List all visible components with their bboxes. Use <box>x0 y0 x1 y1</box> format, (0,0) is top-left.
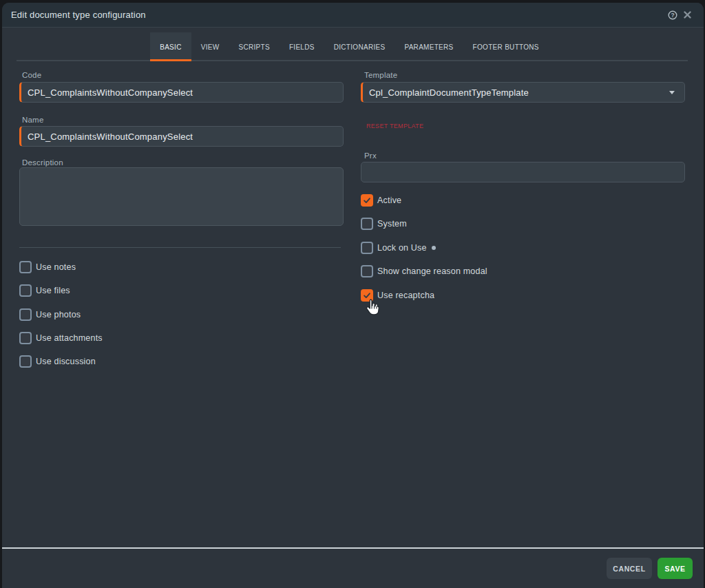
use-notes-label: Use notes <box>36 262 76 272</box>
checkbox-row-system[interactable]: System <box>361 218 407 230</box>
use-discussion-checkbox[interactable] <box>19 355 32 368</box>
checkbox-row-use-notes[interactable]: Use notes <box>19 261 76 273</box>
template-label: Template <box>364 71 397 79</box>
use-files-checkbox[interactable] <box>19 284 32 297</box>
chevron-down-icon <box>669 91 675 94</box>
checkbox-row-show-change-reason-modal[interactable]: Show change reason modal <box>361 265 487 277</box>
show-change-reason-modal-checkbox[interactable] <box>361 265 373 277</box>
use-photos-checkbox[interactable] <box>19 308 32 321</box>
page-background: { "modal": { "title": "Edit document typ… <box>0 0 705 588</box>
show-change-reason-modal-label: Show change reason modal <box>377 266 487 276</box>
checkbox-row-use-discussion[interactable]: Use discussion <box>19 355 96 368</box>
tab-dictionaries[interactable]: DICTIONARIES <box>324 32 395 61</box>
name-label: Name <box>22 116 43 124</box>
cancel-button[interactable]: CANCEL <box>607 558 652 579</box>
template-select[interactable]: Cpl_ComplaintDocumentTypeTemplate <box>361 82 685 103</box>
use-notes-checkbox[interactable] <box>19 261 32 273</box>
name-input[interactable]: CPL_ComplaintsWithoutCompanySelect <box>19 126 344 147</box>
use-attachments-checkbox[interactable] <box>19 332 32 344</box>
code-input[interactable]: CPL_ComplaintsWithoutCompanySelect <box>19 82 344 103</box>
description-textarea[interactable] <box>19 167 344 226</box>
checkbox-row-use-attachments[interactable]: Use attachments <box>19 332 103 344</box>
left-section-divider <box>19 247 341 248</box>
template-value: Cpl_ComplaintDocumentTypeTemplate <box>369 87 529 98</box>
tab-scripts[interactable]: SCRIPTS <box>229 32 279 61</box>
use-recaptcha-label: Use recaptcha <box>377 291 434 300</box>
help-icon[interactable]: ? <box>668 10 677 20</box>
code-value: CPL_ComplaintsWithoutCompanySelect <box>28 87 193 98</box>
footer-divider <box>2 547 704 549</box>
active-checkbox[interactable] <box>361 194 373 207</box>
code-label: Code <box>22 71 41 79</box>
tab-basic[interactable]: BASIC <box>150 32 191 61</box>
lock-on-use-checkbox[interactable] <box>361 242 373 254</box>
checkbox-row-active[interactable]: Active <box>361 194 401 207</box>
checkbox-row-use-files[interactable]: Use files <box>19 284 70 297</box>
close-icon[interactable] <box>684 11 691 19</box>
use-attachments-label: Use attachments <box>36 333 103 343</box>
tab-bar: BASIC VIEW SCRIPTS FIELDS DICTIONARIES P… <box>2 32 704 61</box>
checkbox-row-use-photos[interactable]: Use photos <box>19 308 81 321</box>
name-value: CPL_ComplaintsWithoutCompanySelect <box>28 132 193 142</box>
edit-document-type-modal: Edit document type configuration ? BASIC… <box>2 3 704 588</box>
reset-template-button[interactable]: RESET TEMPLATE <box>366 123 423 129</box>
use-files-label: Use files <box>36 286 70 295</box>
svg-text:?: ? <box>671 12 674 19</box>
prx-input[interactable] <box>361 162 685 182</box>
use-recaptcha-checkbox[interactable] <box>361 289 373 302</box>
active-label: Active <box>377 196 401 205</box>
tab-parameters[interactable]: PARAMETERS <box>394 32 463 61</box>
system-checkbox[interactable] <box>361 218 373 230</box>
modal-title: Edit document type configuration <box>11 10 146 20</box>
use-photos-label: Use photos <box>36 310 81 319</box>
tab-view[interactable]: VIEW <box>191 32 229 61</box>
system-label: System <box>377 219 407 229</box>
tab-footer-buttons[interactable]: FOOTER BUTTONS <box>463 32 549 61</box>
checkbox-row-lock-on-use[interactable]: Lock on Use <box>361 242 436 254</box>
info-dot-icon <box>432 246 436 250</box>
modal-titlebar: Edit document type configuration ? <box>2 3 704 28</box>
lock-on-use-label: Lock on Use <box>377 243 436 253</box>
use-discussion-label: Use discussion <box>36 357 96 366</box>
save-button[interactable]: SAVE <box>657 558 693 579</box>
description-label: Description <box>22 158 63 167</box>
checkbox-row-use-recaptcha[interactable]: Use recaptcha <box>361 289 434 302</box>
prx-label: Prx <box>364 151 377 160</box>
tab-fields[interactable]: FIELDS <box>280 32 324 61</box>
